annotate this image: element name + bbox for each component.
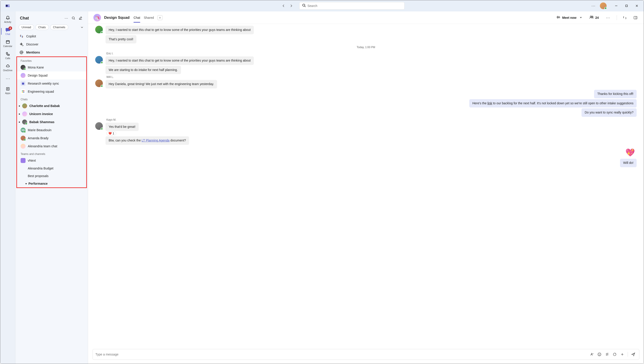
settings-more-button[interactable]: ⋯: [589, 2, 597, 9]
reaction-heart[interactable]: ❤️1: [106, 132, 116, 136]
message-bubble[interactable]: Hey Daniela, great timing! We just met w…: [106, 80, 217, 88]
participant-count: 24: [595, 16, 599, 20]
chat-name: Charlotte and Babak: [29, 104, 60, 108]
window-minimize-button[interactable]: [611, 1, 621, 10]
channel-item[interactable]: Best proposals: [17, 172, 86, 180]
participants-button[interactable]: 24: [589, 16, 599, 20]
copilot-pane-button[interactable]: [622, 15, 628, 20]
giphy-button[interactable]: [604, 351, 610, 358]
filter-expand-button[interactable]: [79, 24, 85, 30]
svg-point-13: [22, 92, 23, 93]
svg-rect-10: [22, 82, 24, 84]
quick-mentions[interactable]: Mentions: [16, 48, 88, 56]
chat-list-panel: Chat ⋯ Unread Chats Channels Copilot Dis…: [16, 12, 88, 364]
mention-icon: [19, 50, 24, 55]
loop-button[interactable]: [611, 351, 618, 358]
svg-rect-6: [6, 40, 10, 44]
apps-icon: [5, 86, 10, 91]
message-bubble[interactable]: Will do!: [620, 159, 636, 167]
tab-chat[interactable]: Chat: [134, 13, 140, 22]
message-bubble[interactable]: Hey, I wanted to start this chat to get …: [106, 56, 254, 65]
profile-avatar[interactable]: [600, 2, 606, 9]
rail-calls[interactable]: Calls: [1, 50, 15, 62]
chat-item[interactable]: Alexandria team chat: [17, 142, 86, 150]
chat-item[interactable]: Amanda Brady: [17, 134, 86, 142]
phone-icon: [5, 52, 10, 56]
window-close-button[interactable]: [632, 1, 642, 10]
tab-shared[interactable]: Shared: [144, 13, 154, 22]
favorite-item[interactable]: Research weekly sync: [17, 80, 86, 88]
meet-icon: [556, 15, 560, 20]
chat-item[interactable]: MB Marie Beaudouin: [17, 126, 86, 134]
rail-calendar[interactable]: Calendar: [1, 38, 15, 50]
filter-channels[interactable]: Channels: [50, 24, 68, 30]
chat-list-more-button[interactable]: ⋯: [64, 16, 69, 21]
channel-item[interactable]: Alexandria Budget: [17, 164, 86, 172]
message-bubble[interactable]: Here's the link to our backlog for the n…: [469, 99, 636, 108]
search-box[interactable]: [299, 2, 405, 10]
message-bubble[interactable]: Do you want to sync really quickly?: [581, 108, 636, 117]
initials-avatar: MB: [21, 128, 26, 132]
search-input[interactable]: [308, 4, 402, 8]
doc-link[interactable]: LT Planning Agenda: [142, 138, 170, 142]
sender-avatar[interactable]: [95, 80, 103, 87]
message-bubble[interactable]: We are starting to do intake for next ha…: [106, 66, 181, 74]
rail-chat[interactable]: 4 Chat: [1, 25, 15, 38]
favorites-section-label: Favorites: [17, 57, 86, 63]
sender-avatar[interactable]: [95, 122, 103, 130]
teams-logo-icon: T: [5, 3, 10, 8]
emoji-button[interactable]: [596, 351, 602, 358]
chats-section-label: Chats: [17, 96, 86, 102]
avatar-icon: [21, 136, 26, 140]
chat-item[interactable]: Unicorn invoice: [17, 110, 86, 118]
new-chat-button[interactable]: [78, 16, 83, 21]
svg-rect-17: [634, 16, 637, 19]
attach-button[interactable]: [619, 351, 625, 358]
rail-onedrive[interactable]: OneDrive: [1, 62, 15, 74]
message-bubble[interactable]: Yes that'd be great!: [106, 123, 139, 131]
chat-item[interactable]: Charlotte and Babak: [17, 102, 86, 110]
group-avatar-icon: [21, 144, 26, 149]
message-bubble[interactable]: That's pretty cool!: [106, 35, 136, 44]
svg-point-14: [23, 92, 25, 93]
rail-activity[interactable]: Activity: [1, 13, 15, 25]
message-composer[interactable]: [93, 349, 639, 360]
conversation-title: Design Squad: [104, 16, 130, 20]
quick-copilot[interactable]: Copilot: [16, 32, 88, 40]
chat-item[interactable]: Babak Shammas: [17, 118, 86, 126]
favorite-name: Engineering squad: [28, 90, 54, 93]
send-button[interactable]: [630, 351, 636, 358]
filter-chats[interactable]: Chats: [36, 24, 49, 30]
inline-link[interactable]: link: [487, 102, 492, 105]
panel-toggle-button[interactable]: [632, 15, 638, 20]
people-icon: [589, 16, 594, 20]
channel-item[interactable]: Performance: [17, 180, 86, 187]
quick-discover[interactable]: Discover: [16, 40, 88, 48]
more-icon: ⋯: [6, 76, 10, 81]
filter-unread[interactable]: Unread: [19, 24, 34, 30]
titlebar: T ⋯: [0, 0, 644, 12]
meet-now-button[interactable]: Meet now: [556, 15, 582, 20]
rail-more[interactable]: ⋯: [1, 74, 15, 82]
favorite-item[interactable]: Mona Kane: [17, 63, 86, 72]
message-bubble[interactable]: Thanks for kicking this off!: [594, 90, 636, 98]
rail-apps[interactable]: Apps: [1, 84, 15, 96]
window-maximize-button[interactable]: [621, 1, 632, 10]
message-bubble[interactable]: Btw, can you check the LT Planning Agend…: [106, 136, 189, 145]
message-bubble[interactable]: Hey, I wanted to start this chat to get …: [106, 26, 254, 34]
sender-avatar[interactable]: [95, 56, 103, 64]
composer-input[interactable]: [96, 352, 587, 356]
heart-icon: ❤️: [108, 132, 112, 135]
sender-avatar[interactable]: [95, 26, 103, 33]
conversation-avatar[interactable]: 🦄: [93, 14, 101, 22]
chat-list-filter-button[interactable]: [71, 16, 76, 21]
copilot-icon: [19, 34, 24, 39]
favorite-item[interactable]: Design Squad: [17, 72, 86, 80]
team-item[interactable]: vNext: [17, 156, 86, 164]
add-tab-button[interactable]: +: [158, 15, 162, 20]
nav-forward-button[interactable]: [288, 3, 294, 9]
favorite-item[interactable]: Engineering squad: [17, 88, 86, 96]
conversation-more-button[interactable]: ⋯: [605, 14, 611, 21]
nav-back-button[interactable]: [280, 3, 287, 9]
format-button[interactable]: [589, 351, 595, 358]
